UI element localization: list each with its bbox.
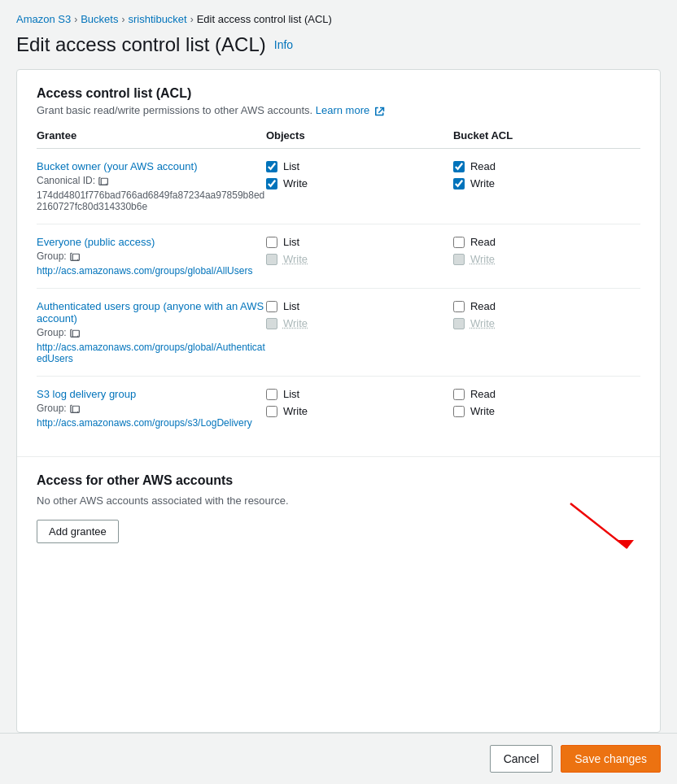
info-link[interactable]: Info <box>274 38 293 51</box>
other-accounts-title: Access for other AWS accounts <box>37 473 640 488</box>
grantee-id-row-bucket-owner: Canonical ID:174dd4801f776bad766ad6849fa… <box>37 175 266 212</box>
objects-perm-row-everyone-0: List <box>266 236 453 248</box>
checkbox-bucket-bucket-owner-read[interactable] <box>453 161 465 172</box>
add-grantee-button[interactable]: Add grantee <box>37 520 119 543</box>
grantee-name-bucket-owner: Bucket owner (your AWS account) <box>37 160 266 172</box>
breadcrumb-s3[interactable]: Amazon S3 <box>16 13 71 25</box>
grantee-name-everyone: Everyone (public access) <box>37 236 266 248</box>
checkbox-label: List <box>283 300 299 312</box>
cancel-button[interactable]: Cancel <box>490 745 553 773</box>
svg-line-4 <box>570 503 627 548</box>
group-label: Group: <box>37 327 67 338</box>
checkbox-objects-everyone-list[interactable] <box>266 237 277 248</box>
checkbox-objects-bucket-owner-write[interactable] <box>266 178 277 189</box>
checkbox-label: List <box>283 236 299 248</box>
checkbox-label: Write <box>470 177 495 189</box>
group-url: http://acs.amazonaws.com/groups/global/A… <box>37 342 266 364</box>
canonical-id-value: 174dd4801f776bad766ad6849fa87234aa97859b… <box>37 189 266 212</box>
other-accounts-section: Access for other AWS accounts No other A… <box>17 457 660 560</box>
group-label: Group: <box>37 250 67 262</box>
checkbox-disabled <box>453 254 465 265</box>
page-title-row: Edit access control list (ACL) Info <box>16 33 661 56</box>
group-row-log-delivery: Group:http://acs.amazonaws.com/groups/s3… <box>37 403 266 429</box>
checkbox-objects-authenticated-users-list[interactable] <box>266 301 277 312</box>
checkbox-disabled <box>453 318 465 329</box>
copy-icon[interactable] <box>98 176 109 186</box>
bucket-acl-cell-everyone: ReadWrite <box>453 224 640 289</box>
acl-section: Access control list (ACL) Grant basic re… <box>17 70 660 457</box>
checkbox-label: Write <box>283 405 308 417</box>
checkbox-bucket-bucket-owner-write[interactable] <box>453 178 465 189</box>
checkbox-objects-log-delivery-write[interactable] <box>266 406 277 417</box>
breadcrumb-buckets[interactable]: Buckets <box>81 13 118 25</box>
external-link-icon <box>375 107 385 116</box>
col-objects: Objects <box>266 129 453 149</box>
checkbox-label-disabled: Write <box>470 317 495 329</box>
checkbox-label: List <box>283 388 299 400</box>
breadcrumb: Amazon S3 › Buckets › srishtibucket › Ed… <box>16 13 661 25</box>
grantee-cell-log-delivery: S3 log delivery groupGroup:http://acs.am… <box>37 377 266 441</box>
table-row: S3 log delivery groupGroup:http://acs.am… <box>37 377 640 441</box>
acl-subtitle: Grant basic read/write permissions to ot… <box>37 104 640 116</box>
red-arrow-annotation <box>546 495 644 560</box>
col-grantee: Grantee <box>37 129 266 149</box>
checkbox-label: Read <box>470 388 496 400</box>
learn-more-link[interactable]: Learn more <box>316 104 385 116</box>
checkbox-bucket-log-delivery-read[interactable] <box>453 389 465 400</box>
checkbox-bucket-log-delivery-write[interactable] <box>453 406 465 417</box>
checkbox-bucket-everyone-read[interactable] <box>453 237 465 248</box>
acl-title: Access control list (ACL) <box>37 86 640 101</box>
checkbox-label: Write <box>470 405 495 417</box>
bucket-acl-cell-authenticated-users: ReadWrite <box>453 289 640 377</box>
objects-cell-log-delivery: ListWrite <box>266 377 453 441</box>
checkbox-label: Read <box>470 160 496 172</box>
canonical-id-label: Canonical ID: <box>37 175 95 186</box>
copy-icon[interactable] <box>70 403 81 414</box>
bucket-perm-row-log-delivery-1: Write <box>453 405 640 417</box>
breadcrumb-bucket[interactable]: srishtibucket <box>128 13 186 25</box>
objects-perm-row-bucket-owner-1: Write <box>266 177 453 189</box>
breadcrumb-sep-1: › <box>74 14 77 25</box>
table-row: Bucket owner (your AWS account)Canonical… <box>37 149 640 224</box>
grantee-cell-authenticated-users: Authenticated users group (anyone with a… <box>37 289 266 377</box>
checkbox-objects-bucket-owner-list[interactable] <box>266 161 277 172</box>
breadcrumb-current: Edit access control list (ACL) <box>197 13 332 25</box>
grantee-name-log-delivery: S3 log delivery group <box>37 388 266 400</box>
bucket-acl-cell-log-delivery: ReadWrite <box>453 377 640 441</box>
checkbox-label-disabled: Write <box>283 317 308 329</box>
bucket-perm-row-bucket-owner-0: Read <box>453 160 640 172</box>
save-changes-button[interactable]: Save changes <box>561 745 661 773</box>
checkbox-label: Write <box>283 177 308 189</box>
group-label: Group: <box>37 403 67 414</box>
breadcrumb-sep-3: › <box>190 14 194 25</box>
checkbox-objects-log-delivery-list[interactable] <box>266 389 277 400</box>
copy-icon[interactable] <box>70 328 81 338</box>
checkbox-bucket-authenticated-users-read[interactable] <box>453 301 465 312</box>
checkbox-disabled <box>266 254 277 265</box>
copy-icon[interactable] <box>70 251 81 262</box>
group-row-authenticated-users: Group:http://acs.amazonaws.com/groups/gl… <box>37 327 266 364</box>
checkbox-label: Read <box>470 300 496 312</box>
objects-perm-row-authenticated-users-0: List <box>266 300 453 312</box>
checkbox-label: List <box>283 160 299 172</box>
grantee-cell-everyone: Everyone (public access)Group:http://acs… <box>37 224 266 289</box>
bucket-perm-row-log-delivery-0: Read <box>453 388 640 400</box>
bucket-perm-row-authenticated-users-1: Write <box>453 317 640 329</box>
bucket-acl-cell-bucket-owner: ReadWrite <box>453 149 640 224</box>
breadcrumb-sep-2: › <box>121 14 124 25</box>
col-bucket-acl: Bucket ACL <box>453 129 640 149</box>
group-url: http://acs.amazonaws.com/groups/s3/LogDe… <box>37 417 252 429</box>
page-title: Edit access control list (ACL) <box>16 33 266 56</box>
objects-cell-authenticated-users: ListWrite <box>266 289 453 377</box>
checkbox-label: Read <box>470 236 496 248</box>
table-row: Everyone (public access)Group:http://acs… <box>37 224 640 289</box>
bucket-perm-row-authenticated-users-0: Read <box>453 300 640 312</box>
bucket-perm-row-everyone-0: Read <box>453 236 640 248</box>
objects-cell-bucket-owner: ListWrite <box>266 149 453 224</box>
group-url: http://acs.amazonaws.com/groups/global/A… <box>37 265 252 277</box>
objects-cell-everyone: ListWrite <box>266 224 453 289</box>
bucket-perm-row-everyone-1: Write <box>453 253 640 265</box>
objects-perm-row-log-delivery-0: List <box>266 388 453 400</box>
checkbox-label-disabled: Write <box>470 253 495 265</box>
checkbox-label-disabled: Write <box>283 253 308 265</box>
